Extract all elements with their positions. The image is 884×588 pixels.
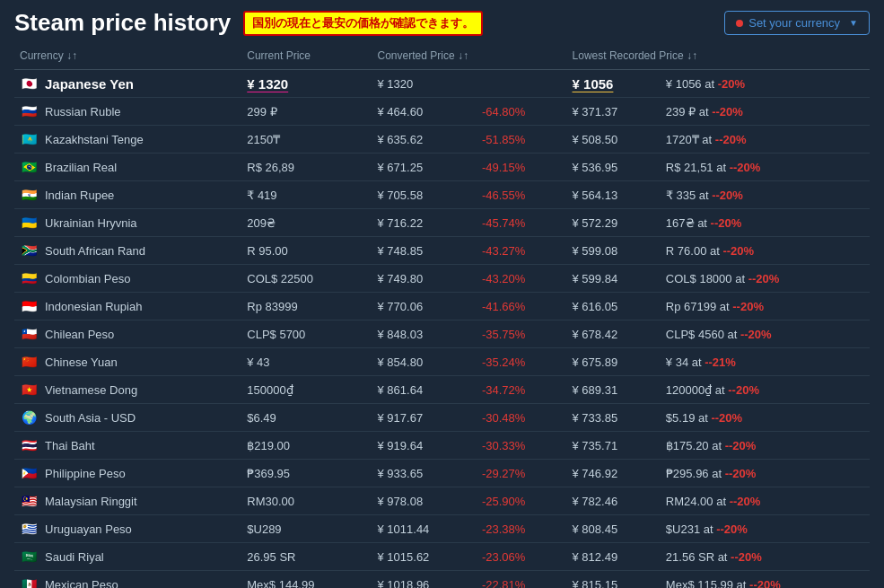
converted-price-value: ¥ 770.06 [378,300,424,313]
lowest-price-cell: ¥ 616.05 [567,293,661,320]
lowest-price-detail-cell: 1720₸ at --20% [661,126,870,154]
currency-cell: 🇮🇳 Indian Rupee [14,181,241,209]
lowest-price-detail: Rp 67199 at --20% [666,300,764,313]
converted-price-value: ¥ 749.80 [378,272,424,285]
currency-name: Thai Baht [45,439,95,452]
current-price-cell: 2150₸ [241,126,372,154]
table-row: 🇺🇾 Uruguayan Peso $U289¥ 1011.44-23.38%¥… [14,515,870,543]
converted-price-cell: ¥ 1011.44 [372,515,477,543]
current-price-cell: 299 ₽ [241,98,372,126]
currency-name: Kazakhstani Tenge [45,133,144,146]
lowest-price-value: ¥ 564.13 [573,189,618,202]
lowest-price-cell: ¥ 536.95 [567,154,661,181]
flag-icon: 🇲🇾 [20,492,38,510]
percentage-cell: -35.75% [477,320,567,348]
currency-name: Mexican Peso [45,578,118,589]
lowest-price-detail-cell: ₱295.96 at --20% [661,460,870,487]
lowest-price-detail-cell: ¥ 34 at --21% [661,348,870,376]
current-price-cell: Rp 83999 [241,293,372,320]
current-price-cell: COL$ 22500 [241,265,372,293]
current-price-cell: RM30.00 [241,487,372,515]
currency-name: Chilean Peso [45,328,114,341]
percentage-value: -43.27% [482,244,525,258]
current-price-value: ¥ 43 [247,355,269,369]
currency-button-label: Set your currency [748,16,840,30]
current-price-value: CLP$ 5700 [247,328,305,341]
converted-price-cell: ¥ 917.67 [372,404,477,432]
lowest-price-cell: ¥ 735.71 [567,432,661,460]
currency-name: Vietnamese Dong [45,383,137,397]
converted-price-cell: ¥ 1320 [372,70,477,98]
col-current-price: Current Price [241,42,372,70]
page-title: Steam price history [14,9,231,37]
lowest-price-cell: ¥ 689.31 [567,376,661,404]
table-row: 🇨🇱 Chilean Peso CLP$ 5700¥ 848.03-35.75%… [14,320,870,348]
converted-price-cell: ¥ 854.80 [372,348,477,376]
lowest-price-value: ¥ 735.71 [573,439,618,452]
lowest-price-detail-cell: COL$ 18000 at --20% [661,265,870,293]
lowest-price-detail-cell: 21.56 SR at --20% [661,543,870,571]
table-row: 🇿🇦 South African Rand R 95.00¥ 748.85-43… [14,237,870,265]
lowest-price-detail: $5.19 at --20% [666,411,742,425]
current-price-value: $U289 [247,522,281,536]
lowest-price-detail: 120000₫ at --20% [666,383,759,397]
percentage-cell: -23.38% [477,515,567,543]
current-price-value: COL$ 22500 [247,272,313,285]
percentage-cell: -29.27% [477,460,567,487]
lowest-price-detail: R$ 21,51 at --20% [666,161,761,174]
current-price-cell: ₱369.95 [241,460,372,487]
currency-name: Colombian Peso [45,272,130,285]
percentage-value: -35.24% [482,355,525,369]
current-price-cell: $6.49 [241,404,372,432]
table-row: 🇨🇴 Colombian Peso COL$ 22500¥ 749.80-43.… [14,265,870,293]
converted-price-value: ¥ 1011.44 [378,522,430,536]
percentage-cell: -34.72% [477,376,567,404]
percentage-cell [477,70,567,98]
current-price-value: Mex$ 144.99 [247,578,314,589]
percentage-cell: -25.90% [477,487,567,515]
lowest-price-value: ¥ 815.15 [573,578,618,589]
set-currency-button[interactable]: Set your currency ▼ [724,11,870,35]
current-price-value: Rp 83999 [247,300,297,313]
currency-name: Indonesian Rupiah [45,300,142,313]
current-price-cell: 150000₫ [241,376,372,404]
currency-cell: 🇺🇦 Ukrainian Hryvnia [14,209,241,237]
converted-price-value: ¥ 671.25 [378,161,424,174]
percentage-cell: -30.48% [477,404,567,432]
percentage-value: -29.27% [482,467,525,480]
percentage-value: -34.72% [482,383,525,397]
converted-price-cell: ¥ 1018.96 [372,571,477,589]
col-lowest-price: Lowest Recorded Price ↓↑ [567,42,870,70]
current-price-cell: ฿219.00 [241,432,372,460]
currency-name: South Asia - USD [45,411,136,425]
lowest-price-detail-cell: ¥ 1056 at -20% [661,70,870,98]
lowest-price-detail-cell: 120000₫ at --20% [661,376,870,404]
page-header: Steam price history 国別の現在と最安の価格が確認できます。 … [0,0,884,42]
lowest-price-detail: 239 ₽ at --20% [666,105,743,118]
converted-price-value: ¥ 748.85 [378,244,424,258]
currency-cell: 🇧🇷 Brazilian Real [14,154,241,181]
lowest-price-value: ¥ 1056 [573,76,614,92]
percentage-cell: -23.06% [477,543,567,571]
chevron-down-icon: ▼ [849,18,858,28]
currency-name: Uruguayan Peso [45,522,132,536]
percentage-cell: -64.80% [477,98,567,126]
currency-name: South African Rand [45,244,145,258]
current-price-cell: Mex$ 144.99 [241,571,372,589]
converted-price-cell: ¥ 748.85 [372,237,477,265]
currency-cell: 🇰🇿 Kazakhstani Tenge [14,126,241,154]
currency-cell: 🇲🇾 Malaysian Ringgit [14,487,241,515]
currency-cell: 🇹🇭 Thai Baht [14,432,241,460]
flag-icon: 🇻🇳 [20,381,38,399]
percentage-value: -23.06% [482,550,525,564]
converted-price-cell: ¥ 705.58 [372,181,477,209]
percentage-cell: -45.74% [477,209,567,237]
lowest-price-cell: ¥ 564.13 [567,181,661,209]
lowest-price-value: ¥ 371.37 [573,105,618,118]
table-header: Currency ↓↑ Current Price Converted Pric… [14,42,870,70]
percentage-value: -30.33% [482,439,525,452]
lowest-price-value: ¥ 536.95 [573,161,618,174]
lowest-price-detail: Mex$ 115.99 at --20% [666,578,781,589]
percentage-cell: -51.85% [477,126,567,154]
percentage-value: -22.81% [482,578,525,589]
